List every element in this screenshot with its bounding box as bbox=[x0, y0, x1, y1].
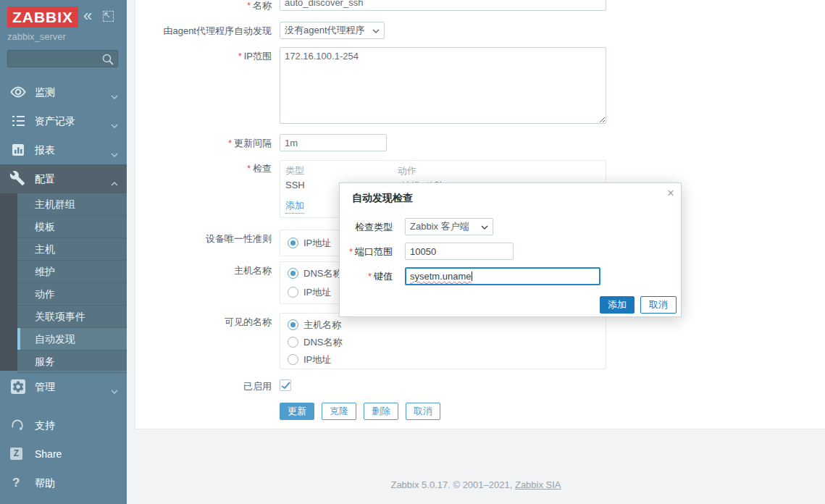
inventory-list-icon bbox=[9, 112, 27, 130]
enabled-label: 已启用 bbox=[135, 381, 272, 392]
server-name: zabbix_server bbox=[7, 31, 66, 42]
radio-option[interactable]: IP地址 bbox=[288, 287, 331, 298]
ip-range-textarea[interactable]: 172.16.100.1-254 bbox=[280, 47, 606, 124]
interval-input[interactable] bbox=[280, 134, 387, 151]
check-type-label: 检查类型 bbox=[340, 222, 393, 232]
delete-button[interactable]: 删除 bbox=[364, 403, 398, 420]
zabbix-sia-link[interactable]: Zabbix SIA bbox=[515, 479, 561, 490]
footer-version-text: Zabbix 5.0.17. © 2001–2021, bbox=[390, 479, 514, 490]
discovery-check-dialog: 自动发现检查 × 检查类型 Zabbix 客户端 *端口范围 *键值 syset… bbox=[339, 182, 682, 317]
zabbix-share-icon: Z bbox=[10, 447, 25, 461]
sidebar-item-services[interactable]: 服务 bbox=[17, 350, 127, 373]
sidebar-item-maintenance[interactable]: 维护 bbox=[17, 261, 127, 283]
key-value-text: sysetm.uname bbox=[410, 271, 472, 282]
radio-option[interactable]: IP地址 bbox=[288, 354, 331, 366]
port-range-input[interactable] bbox=[405, 243, 514, 260]
sidebar-item-label: Share bbox=[35, 448, 62, 460]
chevron-down-icon bbox=[481, 225, 488, 230]
zabbix-logo[interactable]: ZABBIX bbox=[7, 7, 78, 28]
sidebar-item-label: 监测 bbox=[35, 86, 55, 99]
update-button[interactable]: 更新 bbox=[280, 403, 314, 420]
arrow-out-icon bbox=[104, 12, 113, 21]
sidebar-item-templates[interactable]: 模板 bbox=[17, 216, 127, 238]
cancel-button[interactable]: 取消 bbox=[406, 403, 440, 420]
ip-range-label: *IP范围 bbox=[135, 51, 272, 62]
sidebar: ZABBIX « zabbix_server 监测 资产记录 bbox=[0, 0, 127, 504]
enabled-checkbox[interactable] bbox=[280, 379, 291, 391]
radio-option[interactable]: DNS名称 bbox=[288, 337, 342, 348]
sidebar-item-reports[interactable]: 报表 bbox=[0, 135, 127, 164]
port-range-label: *端口范围 bbox=[340, 246, 393, 257]
checks-label: *检查 bbox=[135, 163, 272, 174]
clone-button[interactable]: 克隆 bbox=[322, 403, 356, 420]
radio-icon[interactable] bbox=[288, 337, 298, 348]
eye-icon bbox=[9, 83, 27, 101]
sidebar-item-event-correlation[interactable]: 关联项事件 bbox=[17, 306, 127, 328]
chevron-down-icon bbox=[111, 119, 118, 130]
check-row-type: SSH bbox=[285, 180, 305, 190]
radio-icon[interactable] bbox=[288, 354, 298, 365]
chevron-down-icon bbox=[372, 29, 380, 33]
sidebar-item-label: 报表 bbox=[35, 144, 55, 157]
chevron-up-icon bbox=[111, 177, 118, 188]
close-icon[interactable]: × bbox=[667, 186, 674, 201]
configuration-submenu: 主机群组 模板 主机 维护 动作 关联项事件 自动发现 服务 bbox=[0, 193, 127, 371]
sidebar-item-share[interactable]: Z Share bbox=[0, 440, 127, 469]
sidebar-item-actions[interactable]: 动作 bbox=[17, 283, 127, 306]
sidebar-item-label: 管理 bbox=[35, 381, 55, 394]
chevron-down-icon bbox=[111, 148, 118, 159]
sidebar-item-discovery[interactable]: 自动发现 bbox=[17, 328, 127, 350]
checks-col-action: 动作 bbox=[398, 164, 416, 177]
dialog-add-button[interactable]: 添加 bbox=[600, 296, 635, 314]
radio-option[interactable]: 主机名称 bbox=[288, 319, 341, 331]
key-input[interactable]: sysetm.uname bbox=[405, 267, 600, 285]
sidebar-item-label: 配置 bbox=[35, 173, 55, 186]
sidebar-item-support[interactable]: 支持 bbox=[0, 411, 127, 440]
search-icon bbox=[101, 53, 114, 66]
wrench-icon bbox=[9, 170, 27, 188]
radio-icon[interactable] bbox=[288, 319, 298, 330]
radio-label: IP地址 bbox=[303, 354, 331, 365]
sidebar-item-monitoring[interactable]: 监测 bbox=[0, 77, 127, 106]
radio-option[interactable]: DNS名称 bbox=[288, 268, 342, 280]
radio-label: 主机名称 bbox=[303, 319, 341, 330]
search-input[interactable] bbox=[7, 50, 118, 67]
check-add-link[interactable]: 添加 bbox=[285, 199, 304, 214]
check-type-select[interactable]: Zabbix 客户端 bbox=[405, 218, 493, 235]
visible-name-label: 可见的名称 bbox=[135, 316, 272, 327]
name-input[interactable] bbox=[280, 0, 606, 11]
radio-icon[interactable] bbox=[288, 287, 298, 298]
sidebar-item-label: 支持 bbox=[35, 419, 55, 432]
sidebar-item-host-groups[interactable]: 主机群组 bbox=[17, 193, 127, 216]
footer: Zabbix 5.0.17. © 2001–2021, Zabbix SIA bbox=[127, 479, 825, 490]
uniqueness-label: 设备唯一性准则 bbox=[135, 233, 272, 244]
sidebar-item-administration[interactable]: 管理 bbox=[0, 372, 127, 401]
key-label: *键值 bbox=[340, 271, 393, 282]
expand-fullscreen-icon[interactable] bbox=[103, 11, 114, 22]
headset-icon bbox=[10, 418, 25, 432]
text-caret bbox=[472, 272, 472, 281]
chevron-down-icon bbox=[111, 385, 118, 396]
collapse-sidebar-icon[interactable]: « bbox=[83, 5, 92, 26]
checks-col-type: 类型 bbox=[285, 164, 304, 177]
dialog-title: 自动发现检查 bbox=[352, 192, 413, 205]
sidebar-item-hosts[interactable]: 主机 bbox=[17, 238, 127, 261]
radio-icon[interactable] bbox=[288, 268, 298, 279]
sidebar-item-inventory[interactable]: 资产记录 bbox=[0, 106, 127, 135]
radio-icon[interactable] bbox=[288, 238, 298, 248]
name-label: *名称 bbox=[135, 0, 272, 11]
proxy-label: 由agent代理程序自动发现 bbox=[135, 25, 272, 36]
sidebar-item-label: 资产记录 bbox=[35, 115, 75, 128]
dialog-cancel-button[interactable]: 取消 bbox=[640, 296, 677, 314]
radio-option[interactable]: IP地址 bbox=[288, 238, 331, 249]
gear-icon bbox=[9, 378, 27, 395]
radio-label: IP地址 bbox=[303, 238, 331, 248]
proxy-select[interactable]: 没有agent代理程序 bbox=[280, 22, 385, 39]
hostname-label: 主机名称 bbox=[135, 265, 272, 276]
question-icon: ? bbox=[10, 476, 25, 490]
sidebar-item-configuration[interactable]: 配置 bbox=[0, 164, 127, 193]
visible-name-radio-group: 主机名称 DNS名称 IP地址 bbox=[280, 313, 606, 369]
check-icon bbox=[281, 382, 290, 390]
sidebar-item-help[interactable]: ? 帮助 bbox=[0, 469, 127, 498]
chevron-down-icon bbox=[111, 90, 118, 101]
